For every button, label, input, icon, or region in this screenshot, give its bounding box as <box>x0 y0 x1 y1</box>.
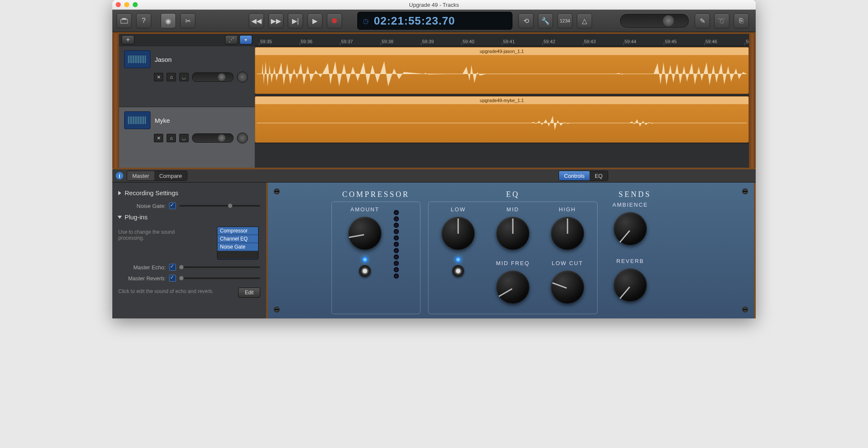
fast-forward-icon: ▶▶ <box>271 17 281 25</box>
slider-thumb[interactable] <box>663 15 674 26</box>
tuner-button[interactable]: 🔧 <box>538 13 553 28</box>
plugin-item[interactable]: Noise Gate <box>217 243 258 251</box>
region-name: upgrade49-myke_1.1 <box>255 97 748 104</box>
controls-eq-segment: Controls EQ <box>559 171 608 181</box>
loop-browser-button[interactable]: ➰ <box>714 13 729 28</box>
reverb-knob[interactable] <box>611 266 649 304</box>
eq-lowcut-knob[interactable] <box>548 268 587 306</box>
metronome-button[interactable]: △ <box>577 13 592 28</box>
plugins-label: Plug-ins <box>125 213 147 221</box>
input-monitor-button[interactable]: ◡ <box>179 73 189 81</box>
zoom-icon[interactable] <box>133 2 138 7</box>
slider-thumb[interactable] <box>218 134 225 142</box>
count-in-button[interactable]: 1234 <box>557 13 573 28</box>
ambience-label: AMBIENCE <box>605 202 655 208</box>
ambience-knob[interactable] <box>611 210 649 248</box>
recording-settings-disclosure[interactable]: Recording Settings <box>118 189 260 196</box>
track-lane-myke[interactable]: upgrade49-myke_1.1 <box>255 95 749 144</box>
pan-knob[interactable] <box>237 133 248 144</box>
pan-knob[interactable] <box>237 72 248 83</box>
compressor-box: AMOUNT <box>331 202 420 314</box>
svg-rect-0 <box>121 19 128 23</box>
lcd-display[interactable]: ◷ 02:21:55:23.70 <box>357 12 512 30</box>
controls-tab[interactable]: Controls <box>559 171 590 180</box>
compressor-amount-knob[interactable] <box>346 214 384 252</box>
waveform <box>257 105 747 141</box>
minimize-icon[interactable] <box>124 2 129 7</box>
master-echo-checkbox[interactable] <box>169 264 176 271</box>
master-tab[interactable]: Master <box>127 171 154 180</box>
plugin-item[interactable]: Compressor <box>217 227 258 235</box>
media-browser-button[interactable]: ⎘ <box>734 13 749 28</box>
master-volume-slider[interactable] <box>620 14 689 28</box>
plugins-disclosure[interactable]: Plug-ins <box>118 213 260 221</box>
triangle-right-icon <box>118 191 121 195</box>
info-icon[interactable]: i <box>116 172 123 180</box>
master-echo-slider[interactable] <box>179 266 260 268</box>
track-name: Myke <box>155 117 170 124</box>
noise-gate-slider[interactable] <box>179 205 260 207</box>
eq-jack <box>452 265 464 277</box>
eq-low-knob[interactable] <box>439 214 477 252</box>
scissors-icon: ✂ <box>185 17 191 25</box>
eq-high-knob[interactable] <box>548 214 587 252</box>
track-header-myke[interactable]: Myke ✕ ♫ ◡ <box>119 107 255 168</box>
cycle-button[interactable]: ⟲ <box>518 13 534 28</box>
slider-thumb[interactable] <box>218 73 225 81</box>
compressor-title: COMPRESSOR <box>331 190 420 199</box>
track-header-jason[interactable]: Jason ✕ ♫ ◡ <box>119 46 255 107</box>
library-button[interactable] <box>117 13 132 28</box>
eq-tab[interactable]: EQ <box>590 171 608 180</box>
time-ruler[interactable]: 59:3559:3659:3759:3859:3959:4059:4159:42… <box>255 34 749 46</box>
empty-lane <box>255 144 749 168</box>
eq-midfreq-label: MID FREQ <box>491 260 535 266</box>
solo-button[interactable]: ♫ <box>167 73 176 81</box>
stop-button[interactable]: ▶| <box>288 13 303 28</box>
track-lane-jason[interactable]: upgrade49-jason_1.1 <box>255 46 749 95</box>
master-reverb-slider[interactable] <box>179 277 260 279</box>
close-icon[interactable] <box>116 2 121 7</box>
eq-lowcut-label: LOW CUT <box>545 260 590 266</box>
audio-region-jason[interactable]: upgrade49-jason_1.1 <box>255 47 749 94</box>
smart-controls-button[interactable]: ◉ <box>161 13 176 28</box>
play-button[interactable]: ▶ <box>307 13 323 28</box>
track-thumbnail <box>124 111 150 129</box>
wrench-icon: 🔧 <box>541 17 550 25</box>
waveform-icon <box>128 55 147 63</box>
mute-button[interactable]: ✕ <box>154 73 163 81</box>
ruler-mark: 59:39 <box>422 39 434 44</box>
forward-button[interactable]: ▶▶ <box>268 13 284 28</box>
plugin-item[interactable]: Channel EQ <box>217 235 258 243</box>
triangle-down-icon <box>118 216 122 218</box>
master-reverb-checkbox[interactable] <box>169 275 176 282</box>
help-icon: ? <box>142 17 146 25</box>
record-button[interactable] <box>327 13 342 28</box>
add-track-button[interactable]: + <box>122 35 134 44</box>
catch-playhead-button[interactable]: ▾ <box>239 35 252 44</box>
noise-gate-checkbox[interactable] <box>169 202 176 209</box>
eq-high-label: HIGH <box>545 206 590 213</box>
eq-mid-knob[interactable] <box>494 214 532 252</box>
mute-button[interactable]: ✕ <box>154 134 163 142</box>
record-icon <box>332 18 337 23</box>
automation-button[interactable]: ⋰ <box>225 35 238 44</box>
plugin-empty-slot[interactable] <box>217 251 258 259</box>
rewind-button[interactable]: ◀◀ <box>249 13 264 28</box>
ruler-mark: 59:38 <box>382 39 394 44</box>
compare-tab[interactable]: Compare <box>154 171 187 180</box>
edit-button[interactable]: Edit <box>238 288 260 298</box>
notepad-button[interactable]: ✎ <box>695 13 710 28</box>
volume-slider[interactable] <box>192 72 234 82</box>
volume-slider[interactable] <box>192 133 234 143</box>
ruler-mark: 59:45 <box>665 39 677 44</box>
editors-button[interactable]: ✂ <box>180 13 195 28</box>
eq-midfreq-knob[interactable] <box>494 268 532 306</box>
wood-left <box>112 34 119 168</box>
solo-button[interactable]: ♫ <box>167 134 176 142</box>
waveform <box>257 56 747 92</box>
input-monitor-button[interactable]: ◡ <box>179 134 189 142</box>
master-compare-segment: Master Compare <box>127 171 187 181</box>
quick-help-button[interactable]: ? <box>136 13 151 28</box>
tracks-area: + ⋰ ▾ Jason ✕ ♫ ◡ <box>112 32 756 169</box>
audio-region-myke[interactable]: upgrade49-myke_1.1 <box>255 96 749 143</box>
